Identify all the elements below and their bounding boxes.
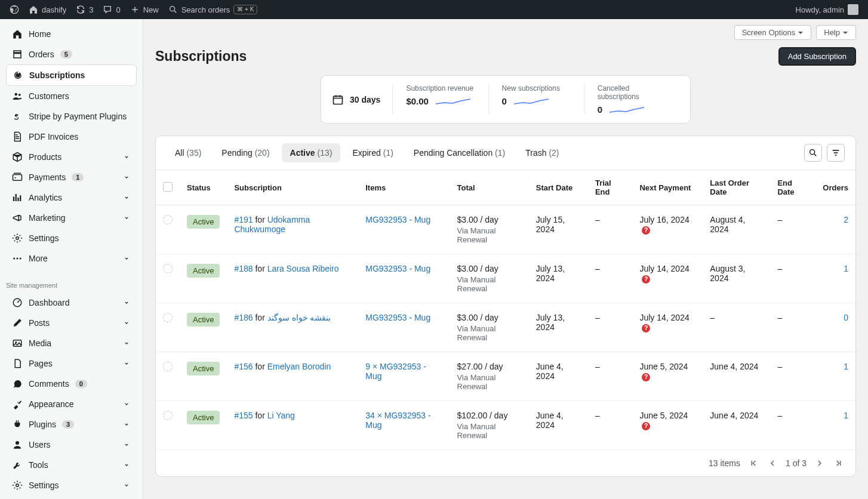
comments-link[interactable]: 0 bbox=[98, 0, 125, 19]
customer-link[interactable]: بنفشه خواه سوگند bbox=[267, 313, 331, 322]
col-orders[interactable]: Orders bbox=[815, 170, 855, 205]
next-page-button[interactable] bbox=[814, 457, 826, 469]
col-items[interactable]: Items bbox=[358, 170, 450, 205]
sidebar-item-stripe-by-payment-plugins[interactable]: Stripe by Payment Plugins bbox=[6, 106, 137, 127]
items-cell: 34 × MG932953 - Mug bbox=[358, 401, 450, 450]
table-row[interactable]: Active #188 for Lara Sousa Ribeiro MG932… bbox=[156, 254, 855, 303]
warning-icon: ? bbox=[642, 226, 650, 235]
col-status[interactable]: Status bbox=[180, 170, 227, 205]
col-subscription[interactable]: Subscription bbox=[227, 170, 358, 205]
search-button[interactable] bbox=[804, 144, 822, 162]
sidebar-item-plugins[interactable]: Plugins3 bbox=[6, 414, 137, 435]
updates-link[interactable]: 3 bbox=[71, 0, 98, 19]
sidebar-item-more[interactable]: More bbox=[6, 248, 137, 269]
sidebar-item-products[interactable]: Products bbox=[6, 147, 137, 167]
dashboard-icon bbox=[12, 297, 23, 308]
col-total[interactable]: Total bbox=[450, 170, 529, 205]
product-link[interactable]: MG932953 - Mug bbox=[365, 313, 430, 322]
product-link[interactable]: MG932953 - Mug bbox=[365, 215, 430, 224]
subscription-id-link[interactable]: #186 bbox=[234, 313, 253, 322]
prev-page-button[interactable] bbox=[767, 457, 778, 469]
tab-active[interactable]: Active (13) bbox=[282, 143, 341, 162]
sidebar-item-dashboard[interactable]: Dashboard bbox=[6, 292, 137, 313]
sidebar-item-appearance[interactable]: Appearance bbox=[6, 394, 137, 414]
table-row[interactable]: Active #191 for Udokamma Chukwumoge MG93… bbox=[156, 205, 855, 254]
col-next-payment[interactable]: Next Payment bbox=[632, 170, 703, 205]
sidebar-item-marketing[interactable]: Marketing bbox=[6, 208, 137, 228]
orders-count-link[interactable]: 2 bbox=[844, 215, 848, 224]
sidebar-item-label: Pages bbox=[29, 359, 53, 368]
site-name-link[interactable]: dashify bbox=[24, 0, 71, 19]
sidebar-item-label: Plugins bbox=[29, 420, 56, 429]
add-subscription-button[interactable]: Add Subscription bbox=[778, 47, 856, 66]
subscription-id-link[interactable]: #191 bbox=[234, 215, 253, 224]
orders-count-link[interactable]: 1 bbox=[844, 362, 848, 371]
sidebar-item-payments[interactable]: Payments1 bbox=[6, 167, 137, 187]
renewal-note: Via Manual Renewal bbox=[457, 422, 522, 440]
orders-count-link[interactable]: 1 bbox=[844, 264, 848, 273]
col-end-date[interactable]: End Date bbox=[770, 170, 815, 205]
table-row[interactable]: Active #155 for Li Yang 34 × MG932953 - … bbox=[156, 401, 855, 450]
tab-expired[interactable]: Expired (1) bbox=[344, 143, 401, 162]
sidebar-item-pdf-invoices[interactable]: PDF Invoices bbox=[6, 127, 137, 147]
last-order-cell: June 4, 2024 bbox=[703, 352, 770, 401]
product-link[interactable]: MG932953 - Mug bbox=[365, 264, 430, 273]
subscription-id-link[interactable]: #188 bbox=[234, 264, 253, 273]
tab-trash[interactable]: Trash (2) bbox=[517, 143, 567, 162]
filter-button[interactable] bbox=[827, 144, 845, 162]
sidebar-item-tools[interactable]: Tools bbox=[6, 455, 137, 475]
sidebar-item-settings[interactable]: Settings bbox=[6, 228, 137, 248]
wp-logo[interactable] bbox=[5, 0, 24, 19]
tab-count: (1) bbox=[495, 148, 505, 158]
status-badge: Active bbox=[187, 411, 220, 424]
row-checkbox[interactable] bbox=[163, 411, 173, 420]
tab-pending[interactable]: Pending (20) bbox=[213, 143, 278, 162]
last-page-button[interactable] bbox=[833, 457, 845, 469]
row-checkbox[interactable] bbox=[163, 264, 173, 273]
sidebar-item-home[interactable]: Home bbox=[6, 24, 137, 44]
row-checkbox[interactable] bbox=[163, 215, 173, 224]
row-checkbox[interactable] bbox=[163, 313, 173, 322]
help-button[interactable]: Help bbox=[816, 25, 856, 40]
sidebar-item-customers[interactable]: Customers bbox=[6, 86, 137, 106]
sidebar-item-analytics[interactable]: Analytics bbox=[6, 187, 137, 208]
orders-count-link[interactable]: 0 bbox=[844, 313, 848, 322]
orders-count-link[interactable]: 1 bbox=[844, 411, 848, 420]
product-link[interactable]: 34 × MG932953 - Mug bbox=[365, 411, 430, 430]
my-account-link[interactable]: Howdy, admin bbox=[791, 0, 863, 19]
select-all-checkbox[interactable] bbox=[163, 182, 173, 192]
new-content-link[interactable]: New bbox=[125, 0, 164, 19]
product-link[interactable]: 9 × MG932953 - Mug bbox=[365, 362, 426, 381]
orders-icon bbox=[12, 49, 23, 60]
sidebar-item-media[interactable]: Media bbox=[6, 333, 137, 353]
sidebar-item-users[interactable]: Users bbox=[6, 435, 137, 455]
settings2-icon bbox=[12, 480, 23, 491]
customer-link[interactable]: Emelyan Borodin bbox=[267, 362, 331, 371]
sidebar-item-comments[interactable]: Comments0 bbox=[6, 374, 137, 394]
search-orders-link[interactable]: Search orders ⌘ + K bbox=[164, 0, 263, 19]
sidebar-item-orders[interactable]: Orders5 bbox=[6, 44, 137, 64]
subscription-id-link[interactable]: #155 bbox=[234, 411, 253, 420]
tab-count: (20) bbox=[255, 148, 270, 158]
date-range[interactable]: 30 days bbox=[332, 94, 392, 106]
table-row[interactable]: Active #186 for بنفشه خواه سوگند MG93295… bbox=[156, 303, 855, 352]
col-last-order-date[interactable]: Last Order Date bbox=[703, 170, 770, 205]
customer-link[interactable]: Li Yang bbox=[267, 411, 295, 420]
first-page-button[interactable] bbox=[747, 457, 759, 469]
tab-all[interactable]: All (35) bbox=[167, 143, 210, 162]
col-start-date[interactable]: Start Date bbox=[529, 170, 588, 205]
sidebar-item-settings[interactable]: Settings bbox=[6, 475, 137, 495]
renewal-note: Via Manual Renewal bbox=[457, 373, 522, 391]
tab-pending-cancellation[interactable]: Pending Cancellation (1) bbox=[405, 143, 513, 162]
row-checkbox[interactable] bbox=[163, 362, 173, 371]
sidebar-item-posts[interactable]: Posts bbox=[6, 313, 137, 333]
subscription-id-link[interactable]: #156 bbox=[234, 362, 253, 371]
table-row[interactable]: Active #156 for Emelyan Borodin 9 × MG93… bbox=[156, 352, 855, 401]
chevron-down-icon bbox=[122, 319, 131, 327]
col-trial-end[interactable]: Trial End bbox=[588, 170, 632, 205]
sidebar-item-subscriptions[interactable]: Subscriptions bbox=[6, 64, 137, 86]
sidebar-item-pages[interactable]: Pages bbox=[6, 353, 137, 374]
screen-options-button[interactable]: Screen Options bbox=[734, 25, 812, 40]
sidebar-item-label: Subscriptions bbox=[29, 70, 85, 80]
customer-link[interactable]: Lara Sousa Ribeiro bbox=[267, 264, 339, 273]
